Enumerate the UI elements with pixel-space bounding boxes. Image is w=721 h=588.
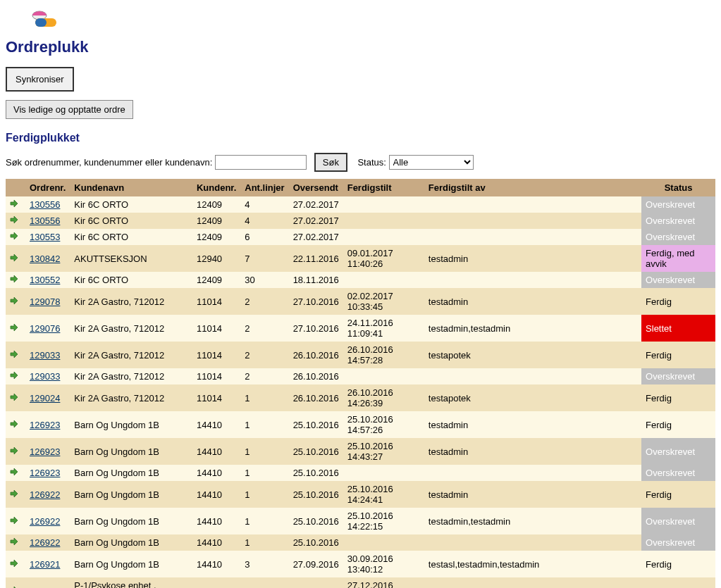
table-row: 126922Barn Og Ungdom 1B14410125.10.20162… (6, 481, 715, 508)
arrow-right-icon[interactable] (10, 199, 18, 210)
cell-kundenavn: Kir 2A Gastro, 712012 (70, 288, 192, 315)
arrow-right-icon[interactable] (10, 489, 18, 500)
table-row: 126923Barn Og Ungdom 1B14410125.10.20162… (6, 411, 715, 438)
order-link[interactable]: 130842 (30, 254, 60, 264)
status-cell: Ferdig (641, 551, 715, 577)
col-oversendt[interactable]: Oversendt (289, 179, 343, 196)
cell-av (424, 534, 641, 551)
order-link[interactable]: 129033 (30, 371, 60, 382)
sync-button[interactable]: Synkroniser (6, 67, 74, 92)
arrow-right-icon[interactable] (10, 468, 18, 478)
arrow-right-icon[interactable] (10, 446, 18, 457)
cell-oversendt: 25.10.2016 (289, 438, 343, 465)
arrow-right-icon[interactable] (10, 254, 18, 264)
cell-ferdigstilt (343, 229, 424, 245)
order-link[interactable]: 130553 (30, 232, 60, 242)
order-link[interactable]: 130556 (30, 215, 60, 226)
col-kundenr[interactable]: Kundenr. (192, 179, 240, 196)
order-link[interactable]: 129078 (30, 296, 60, 307)
toggle-ledige-button[interactable]: Vis ledige og opptatte ordre (6, 100, 133, 119)
order-link[interactable]: 130552 (30, 275, 60, 285)
cell-kundenavn: Barn Og Ungdom 1B (70, 508, 192, 534)
order-link[interactable]: 129076 (30, 323, 60, 334)
cell-ferdigstilt (343, 196, 424, 213)
status-cell: Overskrevet (641, 465, 715, 481)
arrow-right-icon[interactable] (10, 275, 18, 285)
order-link[interactable]: 126128 (30, 586, 60, 589)
table-row: 129033Kir 2A Gastro, 71201211014226.10.2… (6, 368, 715, 384)
search-label: Søk ordrenummer, kundenummer eller kunde… (6, 157, 212, 168)
cell-av: testadmin (424, 245, 641, 272)
order-link[interactable]: 126922 (30, 489, 60, 500)
cell-oversendt: 26.10.2016 (289, 342, 343, 368)
cell-oversendt: 18.11.2016 (289, 272, 343, 288)
cell-ferdigstilt (343, 272, 424, 288)
order-link[interactable]: 126923 (30, 446, 60, 457)
cell-kundenr: 12409 (192, 229, 240, 245)
cell-kundenavn: Barn Og Ungdom 1B (70, 465, 192, 481)
order-link[interactable]: 126921 (30, 559, 60, 570)
arrow-right-icon[interactable] (10, 420, 18, 430)
col-antlinjer[interactable]: Ant.linjer (240, 179, 288, 196)
cell-oversendt: 15.09.2016 (289, 577, 343, 588)
cell-av: testadmin (424, 288, 641, 315)
status-cell: Ferdig (641, 481, 715, 508)
col-kundenavn[interactable]: Kundenavn (70, 179, 192, 196)
cell-ferdigstilt: 26.10.2016 14:26:39 (343, 384, 424, 411)
arrow-right-icon[interactable] (10, 296, 18, 307)
cell-oversendt: 25.10.2016 (289, 481, 343, 508)
arrow-right-icon[interactable] (10, 323, 18, 334)
order-link[interactable]: 126923 (30, 468, 60, 478)
cell-kundenr: 14410 (192, 438, 240, 465)
cell-ant: 1 (240, 534, 288, 551)
section-title: Ferdigplukket (6, 132, 715, 144)
arrow-right-icon[interactable] (10, 215, 18, 226)
cell-av (424, 196, 641, 213)
cell-ant: 3 (240, 551, 288, 577)
status-cell: Ferdig (641, 411, 715, 438)
cell-oversendt: 27.02.2017 (289, 229, 343, 245)
cell-ferdigstilt (343, 368, 424, 384)
arrow-right-icon[interactable] (10, 586, 18, 589)
arrow-right-icon[interactable] (10, 559, 18, 570)
cell-oversendt: 27.02.2017 (289, 196, 343, 213)
order-link[interactable]: 126922 (30, 537, 60, 548)
search-button[interactable]: Søk (314, 153, 347, 172)
cell-kundenr: 14410 (192, 465, 240, 481)
status-cell: Overskrevet (641, 508, 715, 534)
cell-ant: 30 (240, 272, 288, 288)
search-input[interactable] (215, 155, 307, 170)
orders-table: Ordrenr. Kundenavn Kundenr. Ant.linjer O… (6, 179, 715, 588)
cell-av: testadmin,testadmin,testadmin,testadmin (424, 577, 641, 588)
cell-av: testadmin (424, 411, 641, 438)
cell-kundenr: 82101 (192, 577, 240, 588)
arrow-right-icon[interactable] (10, 371, 18, 382)
col-ferdigstilt-av[interactable]: Ferdigstilt av (424, 179, 641, 196)
arrow-right-icon[interactable] (10, 350, 18, 361)
order-link[interactable]: 129024 (30, 393, 60, 404)
table-row: 130552Kir 6C ORTO124093018.11.2016Oversk… (6, 272, 715, 288)
col-ordrenr[interactable]: Ordrenr. (25, 179, 70, 196)
cell-kundenr: 12409 (192, 213, 240, 229)
cell-ant: 1 (240, 438, 288, 465)
arrow-right-icon[interactable] (10, 393, 18, 404)
order-link[interactable]: 129033 (30, 350, 60, 361)
order-link[interactable]: 130556 (30, 199, 60, 210)
cell-oversendt: 27.09.2016 (289, 551, 343, 577)
cell-oversendt: 25.10.2016 (289, 508, 343, 534)
cell-oversendt: 26.10.2016 (289, 384, 343, 411)
col-ferdigstilt[interactable]: Ferdigstilt (343, 179, 424, 196)
cell-oversendt: 27.02.2017 (289, 213, 343, 229)
order-link[interactable]: 126922 (30, 516, 60, 527)
col-status[interactable]: Status (641, 179, 715, 196)
cell-ferdigstilt: 25.10.2016 14:43:27 (343, 438, 424, 465)
arrow-right-icon[interactable] (10, 537, 18, 548)
arrow-right-icon[interactable] (10, 516, 18, 527)
order-link[interactable]: 126923 (30, 420, 60, 430)
arrow-right-icon[interactable] (10, 232, 18, 242)
cell-av: testadmin,testadmin (424, 508, 641, 534)
table-row: 129076Kir 2A Gastro, 71201211014227.10.2… (6, 315, 715, 342)
cell-ferdigstilt: 02.02.2017 10:33:45 (343, 288, 424, 315)
status-select[interactable]: Alle (389, 155, 474, 170)
cell-kundenavn: Barn Og Ungdom 1B (70, 481, 192, 508)
